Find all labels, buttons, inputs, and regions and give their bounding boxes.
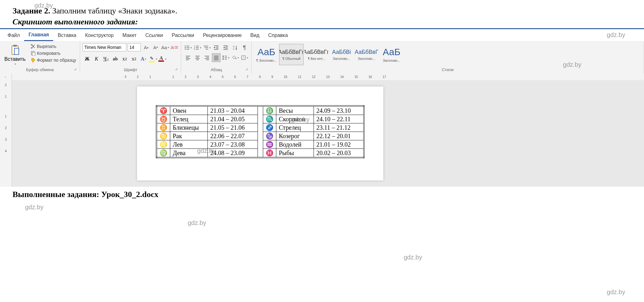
shrink-font-button[interactable]: A▾ — [151, 43, 160, 51]
table-cell[interactable]: ♈ — [156, 106, 170, 115]
borders-button[interactable]: ▾ — [240, 53, 249, 62]
tab-file[interactable]: Файл — [3, 30, 24, 41]
table-cell[interactable]: Овен — [170, 106, 208, 115]
tab-view[interactable]: Вид — [246, 30, 264, 41]
document-page[interactable]: ♈Овен21.03 – 20.04♎Весы24.09 – 23.10♉Тел… — [137, 86, 383, 180]
superscript-button[interactable]: x2 — [130, 55, 138, 63]
table-cell[interactable]: 22.06 – 22.07 — [208, 132, 258, 140]
bullets-button[interactable]: ▾ — [184, 43, 192, 52]
tab-mailings[interactable]: Рассылки — [167, 30, 199, 41]
table-cell[interactable] — [258, 115, 263, 123]
table-cell[interactable] — [258, 140, 263, 149]
vertical-ruler[interactable]: 211234 — [0, 80, 12, 187]
decrease-indent-button[interactable] — [212, 43, 221, 52]
copy-button[interactable]: Копировать — [29, 50, 78, 56]
table-cell[interactable]: ♒ — [263, 140, 276, 149]
table-cell[interactable]: 21.03 – 20.04 — [208, 106, 258, 115]
table-cell[interactable]: Козерог — [276, 132, 314, 140]
table-cell[interactable]: Близнецы — [170, 123, 208, 132]
table-cell[interactable]: Стрелец — [276, 123, 314, 132]
table-cell[interactable]: Рыбы — [276, 149, 314, 158]
tab-review[interactable]: Рецензирование — [199, 30, 246, 41]
horizontal-ruler[interactable]: 3211234567891011121314151617 — [12, 73, 644, 80]
font-name-select[interactable] — [83, 43, 126, 51]
align-right-button[interactable] — [202, 53, 211, 62]
table-cell[interactable]: Лев — [170, 140, 208, 149]
format-painter-button[interactable]: Формат по образцу — [29, 57, 78, 63]
table-cell[interactable]: ♏ — [263, 115, 276, 123]
table-cell[interactable]: 21.01 – 19.02 — [314, 140, 364, 149]
cut-button[interactable]: Вырезать — [29, 43, 78, 49]
underline-button[interactable]: Ч▾ — [101, 55, 110, 63]
table-cell[interactable]: 24.09 – 23.10 — [314, 106, 364, 115]
style-item[interactable]: АаБ¶ Зоголово... — [254, 44, 279, 65]
table-cell[interactable]: ♓ — [263, 149, 276, 158]
align-justify-button[interactable] — [212, 53, 221, 62]
table-cell[interactable]: 21.05 – 21.06 — [208, 123, 258, 132]
multilevel-button[interactable]: ▾ — [202, 43, 211, 52]
zodiac-table[interactable]: ♈Овен21.03 – 20.04♎Весы24.09 – 23.10♉Тел… — [156, 105, 365, 158]
font-dialog-launcher[interactable]: ⤢ — [175, 68, 180, 72]
paragraph-dialog-launcher[interactable]: ⤢ — [246, 68, 250, 72]
style-item[interactable]: АаБбВвГЗаголово... — [354, 44, 379, 65]
font-color-button[interactable]: A▾ — [158, 55, 166, 63]
show-hide-button[interactable]: ¶ — [240, 43, 249, 52]
font-size-select[interactable] — [128, 43, 141, 51]
table-cell[interactable]: ♐ — [263, 123, 276, 132]
styles-gallery[interactable]: АаБ¶ Зоголово...АаБбВвГг,¶ ОбычныйАаБбВв… — [254, 43, 641, 66]
table-cell[interactable]: 22.12 – 20.01 — [314, 132, 364, 140]
table-cell[interactable]: Дева — [170, 149, 208, 158]
tab-design[interactable]: Конструктор — [81, 30, 118, 41]
numbering-button[interactable]: 123▾ — [193, 43, 202, 52]
tab-insert[interactable]: Вставка — [53, 30, 80, 41]
style-item[interactable]: АаБбВіЗаголово... — [329, 44, 354, 65]
table-cell[interactable]: Скорпион — [276, 115, 314, 123]
highlight-button[interactable]: ✎▾ — [148, 55, 157, 63]
style-item[interactable]: АаБЗаголово... — [379, 44, 404, 65]
table-cell[interactable]: Рак — [170, 132, 208, 140]
table-cell[interactable]: 23.07 – 23.08 — [208, 140, 258, 149]
style-item[interactable]: АаБбВвГг,¶ Обычный — [279, 44, 304, 65]
change-case-button[interactable]: Aa▾ — [161, 43, 169, 51]
line-spacing-button[interactable]: ▾ — [221, 53, 230, 62]
subscript-button[interactable]: x2 — [120, 55, 129, 63]
table-cell[interactable] — [258, 106, 263, 115]
tab-references[interactable]: Ссылки — [141, 30, 167, 41]
table-cell[interactable]: 20.02 – 20.03 — [314, 149, 364, 158]
table-cell[interactable]: Водолей — [276, 140, 314, 149]
text-effects-button[interactable]: A▾ — [139, 55, 148, 63]
bold-button[interactable]: Ж — [83, 55, 91, 63]
tab-home[interactable]: Главная — [24, 29, 53, 41]
table-cell[interactable]: ♉ — [156, 115, 170, 123]
table-cell[interactable]: ♊ — [156, 123, 170, 132]
table-cell[interactable]: 24.10 – 22.11 — [314, 115, 364, 123]
style-item[interactable]: АаБбВвГг,¶ Без инт... — [304, 44, 329, 65]
table-cell[interactable]: ♎ — [263, 106, 276, 115]
clear-format-button[interactable]: A⌫ — [170, 43, 178, 51]
align-left-button[interactable] — [184, 53, 192, 62]
table-cell[interactable] — [258, 132, 263, 140]
table-cell[interactable]: ♍ — [156, 149, 170, 158]
tab-layout[interactable]: Макет — [118, 30, 141, 41]
table-cell[interactable]: Телец — [170, 115, 208, 123]
table-cell[interactable] — [258, 149, 263, 158]
paste-button[interactable]: Вставить ▾ — [3, 43, 28, 67]
table-cell[interactable]: Весы — [276, 106, 314, 115]
grow-font-button[interactable]: A▴ — [142, 43, 150, 51]
table-cell[interactable] — [258, 123, 263, 132]
italic-button[interactable]: К — [92, 55, 101, 63]
clipboard-dialog-launcher[interactable]: ⤢ — [74, 68, 79, 72]
table-cell[interactable]: 24.08 – 23.09 — [208, 149, 258, 158]
table-cell[interactable]: ♋ — [156, 132, 170, 140]
sort-button[interactable]: AZ — [231, 43, 239, 52]
table-cell[interactable]: ♑ — [263, 132, 276, 140]
align-center-button[interactable] — [193, 53, 202, 62]
table-cell[interactable]: ♌ — [156, 140, 170, 149]
strike-button[interactable]: ab — [111, 55, 120, 63]
table-cell[interactable]: 21.04 – 20.05 — [208, 115, 258, 123]
task-header: Задание 2. Заполним таблицу «Знаки зодиа… — [0, 0, 644, 17]
tab-help[interactable]: Справка — [264, 30, 292, 41]
table-cell[interactable]: 23.11 – 21.12 — [314, 123, 364, 132]
increase-indent-button[interactable] — [221, 43, 230, 52]
shading-button[interactable]: ▾ — [231, 53, 239, 62]
